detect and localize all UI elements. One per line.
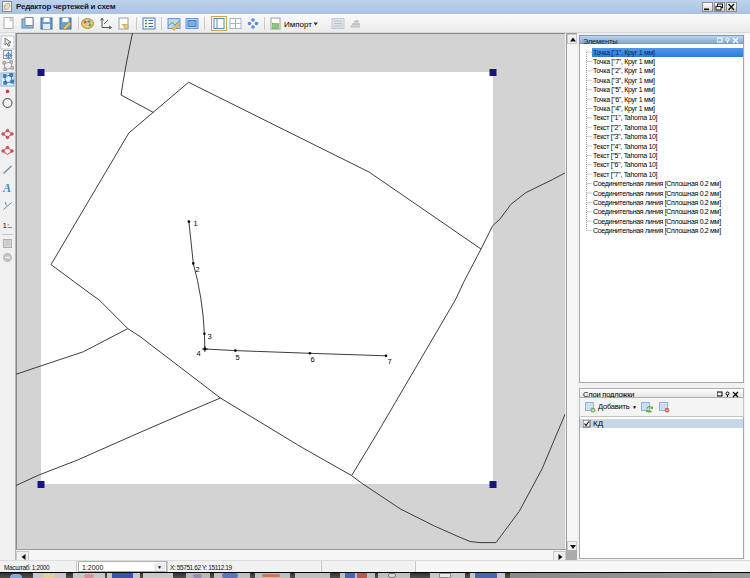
svg-text:1: 1 [194, 219, 198, 228]
svg-text:3: 3 [208, 332, 212, 341]
svg-text:Импорт: Импорт [284, 20, 312, 29]
svg-text:5: 5 [236, 353, 240, 362]
svg-text:6: 6 [311, 355, 315, 364]
svg-text:A: A [2, 181, 11, 195]
svg-text:2: 2 [196, 265, 200, 274]
svg-text:7: 7 [388, 357, 392, 366]
svg-text:1:: 1: [3, 221, 10, 230]
svg-text:4: 4 [197, 349, 201, 358]
